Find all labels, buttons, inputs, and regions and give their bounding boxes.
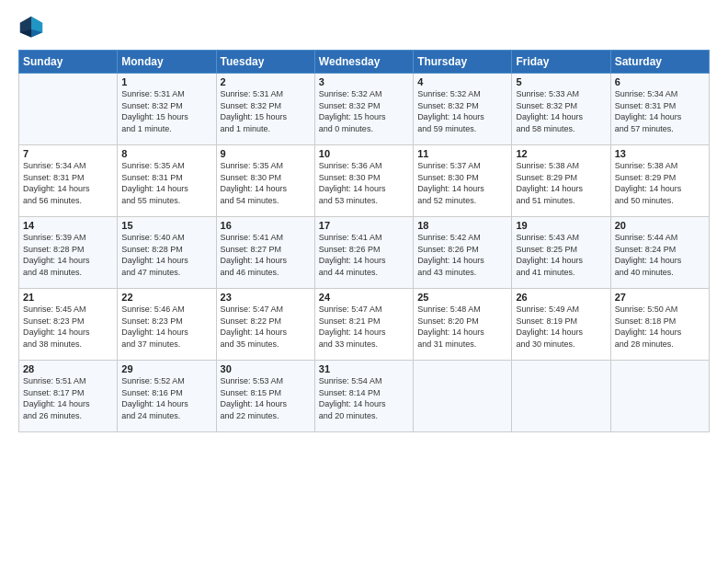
day-number: 24: [319, 292, 409, 303]
calendar-cell: 27Sunrise: 5:50 AM Sunset: 8:18 PM Dayli…: [610, 289, 709, 361]
calendar-cell: 19Sunrise: 5:43 AM Sunset: 8:25 PM Dayli…: [512, 217, 610, 289]
header-cell-sunday: Sunday: [19, 51, 118, 74]
calendar-cell: 25Sunrise: 5:48 AM Sunset: 8:20 PM Dayli…: [414, 289, 512, 361]
calendar-cell: 8Sunrise: 5:35 AM Sunset: 8:31 PM Daylig…: [118, 145, 216, 217]
day-number: 29: [121, 363, 211, 374]
calendar-cell: [610, 361, 709, 432]
calendar-cell: [19, 74, 118, 145]
cell-info: Sunrise: 5:39 AM Sunset: 8:28 PM Dayligh…: [23, 232, 113, 278]
calendar-cell: 5Sunrise: 5:33 AM Sunset: 8:32 PM Daylig…: [512, 74, 610, 145]
calendar-cell: 1Sunrise: 5:31 AM Sunset: 8:32 PM Daylig…: [118, 74, 216, 145]
cell-info: Sunrise: 5:53 AM Sunset: 8:15 PM Dayligh…: [221, 375, 311, 421]
cell-info: Sunrise: 5:34 AM Sunset: 8:31 PM Dayligh…: [23, 160, 113, 206]
calendar-cell: 26Sunrise: 5:49 AM Sunset: 8:19 PM Dayli…: [512, 289, 610, 361]
day-number: 2: [221, 76, 311, 87]
day-number: 31: [319, 363, 409, 374]
day-number: 28: [23, 363, 113, 374]
calendar-cell: 3Sunrise: 5:32 AM Sunset: 8:32 PM Daylig…: [314, 74, 413, 145]
cell-info: Sunrise: 5:54 AM Sunset: 8:14 PM Dayligh…: [319, 375, 409, 421]
calendar-cell: 10Sunrise: 5:36 AM Sunset: 8:30 PM Dayli…: [314, 145, 413, 217]
day-number: 21: [23, 292, 113, 303]
calendar-cell: 15Sunrise: 5:40 AM Sunset: 8:28 PM Dayli…: [118, 217, 216, 289]
day-number: 11: [417, 148, 507, 159]
header-row: SundayMondayTuesdayWednesdayThursdayFrid…: [19, 51, 710, 74]
day-number: 15: [121, 220, 211, 231]
cell-info: Sunrise: 5:42 AM Sunset: 8:26 PM Dayligh…: [417, 232, 507, 278]
logo-icon: [18, 15, 44, 40]
day-number: 3: [319, 76, 409, 87]
calendar-cell: 30Sunrise: 5:53 AM Sunset: 8:15 PM Dayli…: [216, 361, 314, 432]
cell-info: Sunrise: 5:51 AM Sunset: 8:17 PM Dayligh…: [23, 375, 113, 421]
cell-info: Sunrise: 5:36 AM Sunset: 8:30 PM Dayligh…: [319, 160, 409, 206]
day-number: 5: [516, 76, 606, 87]
calendar-cell: 7Sunrise: 5:34 AM Sunset: 8:31 PM Daylig…: [19, 145, 118, 217]
calendar-cell: 28Sunrise: 5:51 AM Sunset: 8:17 PM Dayli…: [19, 361, 118, 432]
calendar-cell: 2Sunrise: 5:31 AM Sunset: 8:32 PM Daylig…: [216, 74, 314, 145]
header-cell-saturday: Saturday: [610, 51, 709, 74]
calendar-cell: 14Sunrise: 5:39 AM Sunset: 8:28 PM Dayli…: [19, 217, 118, 289]
cell-info: Sunrise: 5:41 AM Sunset: 8:26 PM Dayligh…: [319, 232, 409, 278]
cell-info: Sunrise: 5:40 AM Sunset: 8:28 PM Dayligh…: [121, 232, 211, 278]
cell-info: Sunrise: 5:50 AM Sunset: 8:18 PM Dayligh…: [615, 304, 705, 350]
calendar-cell: [512, 361, 610, 432]
day-number: 1: [121, 76, 211, 87]
cell-info: Sunrise: 5:33 AM Sunset: 8:32 PM Dayligh…: [516, 88, 606, 134]
logo: [18, 15, 48, 40]
calendar-table: SundayMondayTuesdayWednesdayThursdayFrid…: [18, 50, 710, 432]
calendar-cell: 17Sunrise: 5:41 AM Sunset: 8:26 PM Dayli…: [314, 217, 413, 289]
header-cell-thursday: Thursday: [414, 51, 512, 74]
day-number: 26: [516, 292, 606, 303]
header: [18, 15, 710, 40]
calendar-cell: 16Sunrise: 5:41 AM Sunset: 8:27 PM Dayli…: [216, 217, 314, 289]
day-number: 25: [417, 292, 507, 303]
cell-info: Sunrise: 5:35 AM Sunset: 8:30 PM Dayligh…: [221, 160, 311, 206]
day-number: 16: [221, 220, 311, 231]
calendar-cell: 24Sunrise: 5:47 AM Sunset: 8:21 PM Dayli…: [314, 289, 413, 361]
day-number: 9: [221, 148, 311, 159]
page: SundayMondayTuesdayWednesdayThursdayFrid…: [0, 0, 728, 563]
cell-info: Sunrise: 5:47 AM Sunset: 8:21 PM Dayligh…: [319, 304, 409, 350]
calendar-cell: 18Sunrise: 5:42 AM Sunset: 8:26 PM Dayli…: [414, 217, 512, 289]
calendar-cell: 23Sunrise: 5:47 AM Sunset: 8:22 PM Dayli…: [216, 289, 314, 361]
cell-info: Sunrise: 5:32 AM Sunset: 8:32 PM Dayligh…: [417, 88, 507, 134]
cell-info: Sunrise: 5:41 AM Sunset: 8:27 PM Dayligh…: [221, 232, 311, 278]
calendar-cell: 11Sunrise: 5:37 AM Sunset: 8:30 PM Dayli…: [414, 145, 512, 217]
cell-info: Sunrise: 5:45 AM Sunset: 8:23 PM Dayligh…: [23, 304, 113, 350]
calendar-cell: 21Sunrise: 5:45 AM Sunset: 8:23 PM Dayli…: [19, 289, 118, 361]
calendar-cell: [414, 361, 512, 432]
cell-info: Sunrise: 5:38 AM Sunset: 8:29 PM Dayligh…: [615, 160, 705, 206]
cell-info: Sunrise: 5:52 AM Sunset: 8:16 PM Dayligh…: [121, 375, 211, 421]
day-number: 20: [615, 220, 705, 231]
header-cell-monday: Monday: [118, 51, 216, 74]
cell-info: Sunrise: 5:47 AM Sunset: 8:22 PM Dayligh…: [221, 304, 311, 350]
week-row-4: 28Sunrise: 5:51 AM Sunset: 8:17 PM Dayli…: [19, 361, 710, 432]
header-cell-tuesday: Tuesday: [216, 51, 314, 74]
day-number: 4: [417, 76, 507, 87]
calendar-cell: 29Sunrise: 5:52 AM Sunset: 8:16 PM Dayli…: [118, 361, 216, 432]
day-number: 19: [516, 220, 606, 231]
calendar-cell: 6Sunrise: 5:34 AM Sunset: 8:31 PM Daylig…: [610, 74, 709, 145]
day-number: 30: [221, 363, 311, 374]
calendar-cell: 9Sunrise: 5:35 AM Sunset: 8:30 PM Daylig…: [216, 145, 314, 217]
day-number: 6: [615, 76, 705, 87]
day-number: 22: [121, 292, 211, 303]
header-cell-friday: Friday: [512, 51, 610, 74]
day-number: 10: [319, 148, 409, 159]
calendar-cell: 12Sunrise: 5:38 AM Sunset: 8:29 PM Dayli…: [512, 145, 610, 217]
week-row-0: 1Sunrise: 5:31 AM Sunset: 8:32 PM Daylig…: [19, 74, 710, 145]
cell-info: Sunrise: 5:38 AM Sunset: 8:29 PM Dayligh…: [516, 160, 606, 206]
cell-info: Sunrise: 5:43 AM Sunset: 8:25 PM Dayligh…: [516, 232, 606, 278]
calendar-cell: 13Sunrise: 5:38 AM Sunset: 8:29 PM Dayli…: [610, 145, 709, 217]
cell-info: Sunrise: 5:31 AM Sunset: 8:32 PM Dayligh…: [121, 88, 211, 134]
calendar-cell: 20Sunrise: 5:44 AM Sunset: 8:24 PM Dayli…: [610, 217, 709, 289]
day-number: 7: [23, 148, 113, 159]
cell-info: Sunrise: 5:37 AM Sunset: 8:30 PM Dayligh…: [417, 160, 507, 206]
day-number: 17: [319, 220, 409, 231]
week-row-2: 14Sunrise: 5:39 AM Sunset: 8:28 PM Dayli…: [19, 217, 710, 289]
day-number: 27: [615, 292, 705, 303]
week-row-3: 21Sunrise: 5:45 AM Sunset: 8:23 PM Dayli…: [19, 289, 710, 361]
day-number: 14: [23, 220, 113, 231]
day-number: 8: [121, 148, 211, 159]
cell-info: Sunrise: 5:35 AM Sunset: 8:31 PM Dayligh…: [121, 160, 211, 206]
header-cell-wednesday: Wednesday: [314, 51, 413, 74]
